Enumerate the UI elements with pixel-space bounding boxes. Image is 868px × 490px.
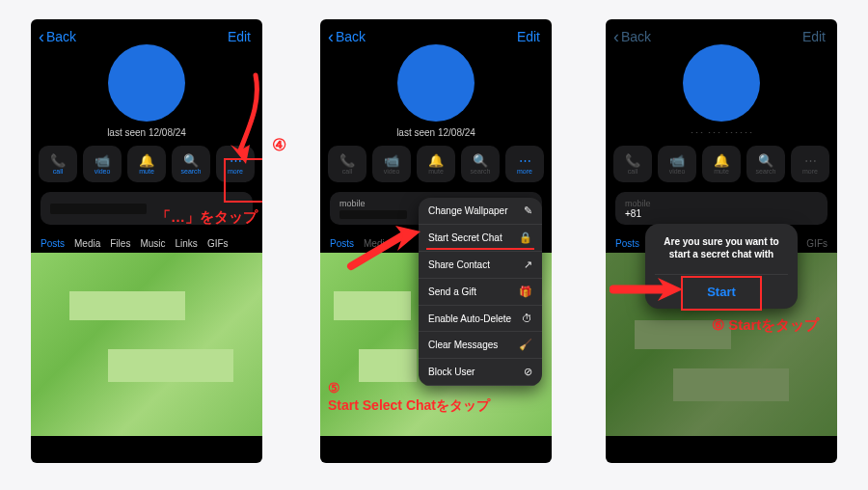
search-icon: 🔍 — [758, 154, 773, 167]
avatar[interactable] — [397, 44, 475, 122]
more-icon: ⋯ — [804, 154, 817, 167]
mobile-value — [339, 210, 407, 219]
tab-links[interactable]: Links — [176, 238, 198, 249]
back-label: Back — [621, 29, 651, 44]
mute-button[interactable]: 🔔mute — [702, 146, 741, 182]
more-button[interactable]: ⋯more — [791, 146, 829, 182]
back-button[interactable]: ‹ Back — [39, 29, 76, 44]
search-button[interactable]: 🔍search — [746, 146, 785, 182]
tab-posts[interactable]: Posts — [615, 238, 639, 249]
mobile-value: +81 — [625, 208, 818, 219]
back-button[interactable]: ‹ Back — [613, 29, 651, 44]
mute-button[interactable]: 🔔 mute — [127, 146, 166, 182]
avatar[interactable] — [108, 44, 185, 122]
edit-button[interactable]: Edit — [517, 29, 540, 44]
avatar[interactable] — [683, 44, 760, 122]
video-icon: 📹 — [384, 154, 399, 167]
edit-button[interactable]: Edit — [802, 29, 826, 44]
search-icon: 🔍 — [473, 154, 488, 167]
bell-icon: 🔔 — [714, 154, 729, 167]
video-icon: 📹 — [669, 154, 685, 167]
mobile-label: mobile — [625, 199, 818, 208]
chevron-left-icon: ‹ — [39, 30, 44, 43]
phone-icon: 📞 — [339, 154, 355, 167]
tab-gifs[interactable]: GIFs — [806, 238, 827, 249]
block-icon: ⊘ — [524, 366, 532, 378]
search-button[interactable]: 🔍search — [461, 146, 500, 182]
phone-icon: 📞 — [50, 154, 66, 167]
chevron-left-icon: ‹ — [613, 30, 619, 43]
tab-files[interactable]: Files — [110, 238, 130, 249]
status-text: ･･･ ･･･ ･･････ — [606, 127, 837, 138]
bell-icon: 🔔 — [428, 154, 444, 167]
mobile-value — [50, 204, 147, 214]
share-icon: ↗ — [524, 259, 532, 271]
screen-3: ‹ Back Edit ･･･ ･･･ ･･････ 📞call 📹video … — [606, 19, 837, 463]
posts-area — [31, 253, 262, 436]
menu-auto-delete[interactable]: Enable Auto-Delete⏱ — [419, 306, 542, 332]
caption-step5: Start Select Chatをタップ — [328, 397, 490, 415]
status-text: last seen 12/08/24 — [31, 127, 262, 138]
back-label: Back — [336, 29, 366, 44]
tab-music[interactable]: Music — [140, 238, 165, 249]
screen-1: ‹ Back Edit last seen 12/08/24 📞 call 📹 … — [31, 19, 262, 463]
tab-posts[interactable]: Posts — [330, 238, 354, 249]
bell-icon: 🔔 — [139, 154, 154, 167]
step5-number: ⑤ — [328, 380, 340, 395]
call-button[interactable]: 📞 call — [39, 146, 77, 182]
menu-share-contact[interactable]: Share Contact↗ — [419, 252, 542, 279]
more-icon: ⋯ — [519, 154, 531, 167]
menu-clear-messages[interactable]: Clear Messages🧹 — [419, 332, 542, 359]
menu-send-gift[interactable]: Send a Gift🎁 — [419, 279, 542, 306]
call-button[interactable]: 📞call — [613, 146, 652, 182]
video-button[interactable]: 📹 video — [83, 146, 122, 182]
call-button[interactable]: 📞call — [328, 146, 366, 182]
action-row: 📞call 📹video 🔔mute 🔍search ⋯more — [606, 146, 837, 182]
tab-gifs[interactable]: GIFs — [207, 238, 229, 249]
search-button[interactable]: 🔍 search — [172, 146, 210, 182]
mobile-field[interactable]: mobile +81 — [615, 192, 827, 225]
highlight-secret-chat — [426, 248, 534, 250]
more-menu: Change Wallpaper✎ Start Secret Chat🔒 Sha… — [419, 198, 542, 386]
tab-posts[interactable]: Posts — [41, 238, 65, 249]
screen-2: ‹ Back Edit last seen 12/08/24 📞call 📹vi… — [320, 19, 552, 463]
back-button[interactable]: ‹ Back — [328, 29, 366, 44]
search-icon: 🔍 — [183, 154, 199, 167]
action-row: 📞call 📹video 🔔mute 🔍search ⋯more — [320, 146, 552, 182]
gift-icon: 🎁 — [519, 286, 532, 298]
video-icon: 📹 — [95, 154, 110, 167]
more-button[interactable]: ⋯more — [505, 146, 544, 182]
dialog-message-l2: start a secret chat with — [655, 248, 788, 260]
tabs: Posts Media Files Music Links GIFs — [31, 232, 262, 253]
phone-icon: 📞 — [625, 154, 640, 167]
menu-block-user[interactable]: Block User⊘ — [419, 359, 542, 386]
highlight-start — [681, 276, 762, 311]
chevron-left-icon: ‹ — [328, 30, 334, 43]
tab-media[interactable]: Media — [74, 238, 100, 249]
status-text: last seen 12/08/24 — [320, 127, 552, 138]
timer-icon: ⏱ — [522, 313, 532, 324]
tab-media[interactable]: Media — [364, 238, 390, 249]
lock-icon: 🔒 — [519, 231, 532, 244]
video-button[interactable]: 📹video — [372, 146, 411, 182]
highlight-more — [224, 158, 262, 203]
caption-step4: 「…」をタップ — [156, 208, 258, 227]
mute-button[interactable]: 🔔mute — [417, 146, 455, 182]
menu-change-wallpaper[interactable]: Change Wallpaper✎ — [419, 198, 542, 225]
caption-step6: ⑥ Startをタップ — [712, 316, 819, 335]
video-button[interactable]: 📹video — [658, 146, 696, 182]
broom-icon: 🧹 — [519, 339, 532, 351]
step4-number: ④ — [272, 135, 286, 155]
dialog-message-l1: Are you sure you want to — [655, 235, 788, 248]
back-label: Back — [46, 29, 76, 44]
edit-button[interactable]: Edit — [228, 29, 251, 44]
pencil-icon: ✎ — [524, 204, 532, 217]
